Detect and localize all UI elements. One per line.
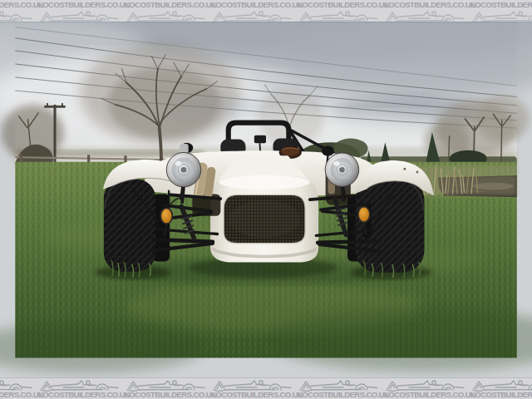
- watermark-text: LOCOSTBUILDERS.CO.UK: [470, 0, 532, 9]
- locost-car-sketch-icon: [125, 10, 211, 22]
- watermark-text: LOCOSTBUILDERS.CO.UK: [0, 390, 38, 399]
- screenshot: LOCOSTBUILDERS.CO.UK LOCOSTBUILDERS.CO.U…: [0, 0, 532, 399]
- watermark-text: LOCOSTBUILDERS.CO.UK: [384, 390, 470, 399]
- locost-car-sketch-icon: [384, 10, 470, 22]
- watermark-banner-top: LOCOSTBUILDERS.CO.UK LOCOSTBUILDERS.CO.U…: [0, 0, 532, 22]
- photo-canvas: [0, 22, 532, 378]
- bonnet-highlight: [219, 175, 309, 190]
- watermark-text: LOCOSTBUILDERS.CO.UK: [125, 0, 211, 9]
- watermark-text: LOCOSTBUILDERS.CO.UK: [470, 390, 532, 399]
- locost-car-sketch-icon: [38, 10, 125, 22]
- watermark-icon-row: [0, 10, 532, 22]
- watermark-text-row: LOCOSTBUILDERS.CO.UK LOCOSTBUILDERS.CO.U…: [0, 390, 532, 399]
- watermark-text: LOCOSTBUILDERS.CO.UK: [125, 390, 211, 399]
- watermark-banner-bottom: LOCOSTBUILDERS.CO.UK LOCOSTBUILDERS.CO.U…: [0, 378, 532, 399]
- watermark-text: LOCOSTBUILDERS.CO.UK: [384, 0, 470, 9]
- watermark-text: LOCOSTBUILDERS.CO.UK: [298, 0, 384, 9]
- locost-car-sketch-icon: [0, 10, 38, 22]
- grille: [224, 195, 305, 243]
- watermark-text: LOCOSTBUILDERS.CO.UK: [211, 390, 298, 399]
- locost-car-sketch-icon: [211, 10, 298, 22]
- front-wheel-right: [347, 179, 424, 273]
- watermark-text: LOCOSTBUILDERS.CO.UK: [298, 390, 384, 399]
- watermark-text: LOCOSTBUILDERS.CO.UK: [211, 0, 298, 9]
- locost-car-sketch-icon: [470, 10, 532, 22]
- watermark-text: LOCOSTBUILDERS.CO.UK: [38, 0, 125, 9]
- watermark-text: LOCOSTBUILDERS.CO.UK: [38, 390, 125, 399]
- watermark-text: LOCOSTBUILDERS.CO.UK: [0, 0, 38, 9]
- photo-kit-car: [0, 22, 532, 378]
- locost-car-sketch-icon: [298, 10, 384, 22]
- watermark-text-row: LOCOSTBUILDERS.CO.UK LOCOSTBUILDERS.CO.U…: [0, 0, 532, 9]
